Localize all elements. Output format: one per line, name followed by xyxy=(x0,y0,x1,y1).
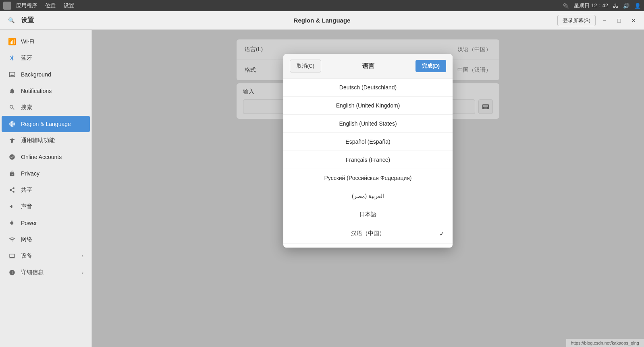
maximize-button[interactable]: □ xyxy=(613,15,625,26)
language-name-chinese: 汉语（中国） xyxy=(351,230,385,237)
title-bar: 🔍 设置 Region & Language 登录屏幕(S) － □ ✕ xyxy=(0,11,644,30)
user-icon: 👤 xyxy=(634,3,641,9)
wifi-icon: 📶 xyxy=(8,37,16,45)
search-sidebar-icon xyxy=(8,103,16,112)
language-item-francais[interactable]: Français (France) xyxy=(283,151,453,169)
language-name-english-us: English (United States) xyxy=(339,120,397,127)
content-area: 📶 Wi-Fi 蓝牙 Background xyxy=(0,30,644,347)
language-more-button[interactable]: ⋮ xyxy=(283,243,453,248)
language-name-japanese: 日本語 xyxy=(359,211,376,218)
location-menu[interactable]: 位置 xyxy=(42,1,59,10)
language-item-deutsch[interactable]: Deutsch (Deutschland) xyxy=(283,78,453,97)
language-item-chinese[interactable]: 汉语（中国） ✓ xyxy=(283,224,453,243)
sidebar-item-online-accounts[interactable]: Online Accounts xyxy=(2,149,90,165)
sidebar-label-power: Power xyxy=(21,220,37,226)
dialog-overlay: 取消(C) 语言 完成(D) Deutsch (Deutschland) Eng… xyxy=(92,30,644,347)
sidebar-item-network[interactable]: 网络 xyxy=(2,231,90,248)
language-list: Deutsch (Deutschland) English (United Ki… xyxy=(283,78,453,248)
sidebar-title: 设置 xyxy=(21,16,34,25)
language-name-espanol: Español (España) xyxy=(345,138,390,145)
language-item-english-uk[interactable]: English (United Kingdom) xyxy=(283,97,453,115)
language-name-english-uk: English (United Kingdom) xyxy=(336,102,400,109)
status-bar: https://blog.csdn.net/kakaops_qing xyxy=(566,339,644,347)
status-url: https://blog.csdn.net/kakaops_qing xyxy=(571,341,639,345)
sidebar-item-bluetooth[interactable]: 蓝牙 xyxy=(2,50,90,66)
dialog-done-button[interactable]: 完成(D) xyxy=(415,60,446,72)
sidebar-label-wifi: Wi-Fi xyxy=(21,38,34,45)
language-name-francais: Français (France) xyxy=(346,157,390,163)
main-panel: 语言(L) 汉语（中国） 格式 中国（汉语） 输入 xyxy=(92,30,644,347)
search-icon: 🔍 xyxy=(8,17,15,23)
privacy-icon xyxy=(8,169,16,178)
network-icon: 🔌 xyxy=(563,3,569,9)
language-item-russian[interactable]: Русский (Российская Федерация) xyxy=(283,169,453,187)
sidebar-item-sharing[interactable]: 共享 xyxy=(2,182,90,198)
top-menubar: 应用程序 位置 设置 🔌 星期日 12：42 🖧 🔊 👤 xyxy=(0,0,644,11)
sidebar-label-accessibility: 通用辅助功能 xyxy=(21,137,55,144)
menu-bar-left: 应用程序 位置 设置 xyxy=(3,1,77,10)
language-item-japanese[interactable]: 日本語 xyxy=(283,205,453,224)
sidebar-label-online-accounts: Online Accounts xyxy=(21,154,62,160)
sidebar-label-background: Background xyxy=(21,71,51,78)
minimize-button[interactable]: － xyxy=(599,15,610,26)
details-arrow: › xyxy=(82,270,83,275)
volume-icon: 🔊 xyxy=(623,3,629,9)
language-item-arabic[interactable]: العربية (مصر) xyxy=(283,187,453,205)
app-icon xyxy=(3,2,11,10)
sound-icon xyxy=(8,202,16,211)
language-name-russian: Русский (Российская Федерация) xyxy=(324,175,411,181)
sidebar-label-bluetooth: 蓝牙 xyxy=(21,54,32,62)
accessibility-icon xyxy=(8,136,16,145)
sidebar-item-accessibility[interactable]: 通用辅助功能 xyxy=(2,132,90,149)
settings-menu[interactable]: 设置 xyxy=(60,1,77,10)
sidebar-label-privacy: Privacy xyxy=(21,170,39,177)
sidebar-item-sound[interactable]: 声音 xyxy=(2,198,90,215)
sidebar-label-details: 详细信息 xyxy=(21,269,44,276)
dialog-cancel-button[interactable]: 取消(C) xyxy=(290,60,321,72)
sidebar-item-background[interactable]: Background xyxy=(2,66,90,83)
menu-bar-right: 🔌 星期日 12：42 🖧 🔊 👤 xyxy=(563,2,641,9)
region-icon xyxy=(8,120,16,128)
sidebar-label-devices: 设备 xyxy=(21,252,32,260)
devices-arrow: › xyxy=(82,253,83,259)
sidebar-label-sound: 声音 xyxy=(21,203,32,210)
sidebar-item-search[interactable]: 搜索 xyxy=(2,99,90,116)
sidebar-label-notifications: Notifications xyxy=(21,88,52,94)
dialog-title: 语言 xyxy=(362,62,374,70)
language-dialog: 取消(C) 语言 完成(D) Deutsch (Deutschland) Eng… xyxy=(283,54,453,248)
search-button[interactable]: 🔍 xyxy=(5,14,18,27)
sidebar-item-privacy[interactable]: Privacy xyxy=(2,165,90,182)
sidebar-item-notifications[interactable]: Notifications xyxy=(2,83,90,99)
window-title: Region & Language xyxy=(294,17,351,24)
login-screen-button[interactable]: 登录屏幕(S) xyxy=(557,15,596,26)
online-accounts-icon xyxy=(8,153,16,161)
bluetooth-icon xyxy=(8,54,16,62)
title-bar-left: 🔍 设置 xyxy=(5,14,34,27)
sharing-icon xyxy=(8,186,16,194)
sidebar-item-region[interactable]: Region & Language xyxy=(2,116,90,132)
sidebar-item-power[interactable]: Power xyxy=(2,215,90,231)
power-icon xyxy=(8,219,16,227)
language-name-deutsch: Deutsch (Deutschland) xyxy=(339,84,397,91)
language-item-espanol[interactable]: Español (España) xyxy=(283,133,453,151)
language-item-english-us[interactable]: English (United States) xyxy=(283,115,453,133)
sidebar-label-network: 网络 xyxy=(21,236,32,243)
sidebar-item-wifi[interactable]: 📶 Wi-Fi xyxy=(2,33,90,50)
sidebar-label-region: Region & Language xyxy=(21,121,71,127)
title-bar-right: 登录屏幕(S) － □ ✕ xyxy=(557,15,639,26)
notifications-icon xyxy=(8,87,16,95)
sidebar-label-search: 搜索 xyxy=(21,104,32,111)
language-check-icon: ✓ xyxy=(439,230,445,238)
network-icon xyxy=(8,235,16,244)
sidebar: 📶 Wi-Fi 蓝牙 Background xyxy=(0,30,92,347)
app-menu[interactable]: 应用程序 xyxy=(13,1,40,10)
network-status-icon: 🖧 xyxy=(613,3,618,9)
sidebar-item-devices[interactable]: 设备 › xyxy=(2,248,90,264)
sidebar-item-details[interactable]: 详细信息 › xyxy=(2,264,90,281)
close-button[interactable]: ✕ xyxy=(628,15,639,26)
main-window: 🔍 设置 Region & Language 登录屏幕(S) － □ ✕ 📶 W… xyxy=(0,11,644,347)
details-icon xyxy=(8,269,16,277)
sidebar-label-sharing: 共享 xyxy=(21,186,32,194)
language-name-arabic: العربية (مصر) xyxy=(352,193,384,199)
devices-icon xyxy=(8,252,16,260)
